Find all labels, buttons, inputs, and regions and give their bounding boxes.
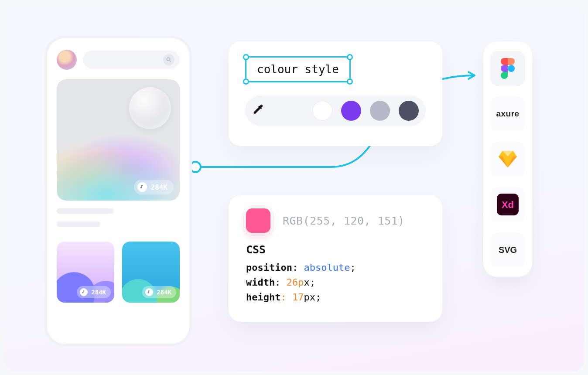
svg-label: SVG [499, 245, 517, 255]
colour-style-panel: colour style [229, 41, 442, 146]
swatch-row [245, 95, 426, 126]
skeleton-line [57, 208, 113, 214]
code-panel: RGB(255, 120, 151) CSS position: absolut… [229, 195, 442, 322]
play-count-pill[interactable]: 284K [142, 286, 176, 298]
eyedropper-icon[interactable] [252, 103, 265, 118]
tool-svg[interactable]: SVG [490, 232, 525, 267]
svg-line-2 [170, 61, 171, 62]
play-count: 284K [91, 289, 106, 296]
play-count-pill[interactable]: 284K [134, 180, 174, 194]
music-note-icon [80, 288, 88, 296]
play-count-pill[interactable]: 284K [77, 286, 111, 298]
swatch-white[interactable] [312, 101, 332, 121]
swatch-purple[interactable] [341, 101, 361, 121]
tool-figma[interactable] [490, 51, 525, 86]
selection-label: colour style [257, 63, 339, 76]
rgb-value: RGB(255, 120, 151) [283, 215, 405, 227]
swatch-grey[interactable] [370, 101, 390, 121]
svg-text:Xd: Xd [502, 199, 514, 210]
svg-point-0 [190, 162, 201, 172]
thumb-card[interactable]: 284K [122, 242, 180, 303]
css-heading: CSS [246, 243, 425, 256]
figma-icon [500, 58, 515, 79]
play-count: 284K [150, 183, 168, 191]
export-tool-rail: axure Xd SVG [483, 41, 532, 277]
svg-point-3 [508, 65, 515, 72]
sketch-icon [499, 151, 517, 167]
search-input[interactable] [83, 51, 180, 69]
canvas: 284K 284K [3, 3, 585, 372]
axure-label: axure [496, 109, 519, 119]
avatar[interactable] [57, 50, 77, 70]
music-note-icon [145, 288, 153, 296]
svg-point-1 [167, 58, 170, 61]
glass-sphere [129, 87, 171, 129]
search-icon[interactable] [163, 54, 174, 65]
play-count: 284K [157, 289, 171, 296]
css-line: height: 17px; [246, 290, 425, 305]
music-note-icon [137, 182, 147, 192]
css-code-block: position: absolute; width: 26px; height:… [246, 260, 425, 305]
phone-mock: 284K 284K [47, 38, 189, 344]
tool-xd[interactable]: Xd [490, 187, 525, 222]
tool-axure[interactable]: axure [490, 96, 525, 131]
color-chip[interactable] [246, 208, 270, 233]
css-line: width: 26px; [246, 275, 425, 290]
thumb-card[interactable]: 284K [57, 242, 114, 303]
hero-card[interactable]: 284K [57, 79, 180, 201]
selection-box[interactable]: colour style [245, 56, 351, 82]
tool-sketch[interactable] [490, 142, 525, 177]
swatch-dark[interactable] [399, 101, 419, 121]
xd-icon: Xd [497, 194, 519, 215]
css-line: position: absolute; [246, 260, 425, 275]
skeleton-line [57, 222, 100, 227]
